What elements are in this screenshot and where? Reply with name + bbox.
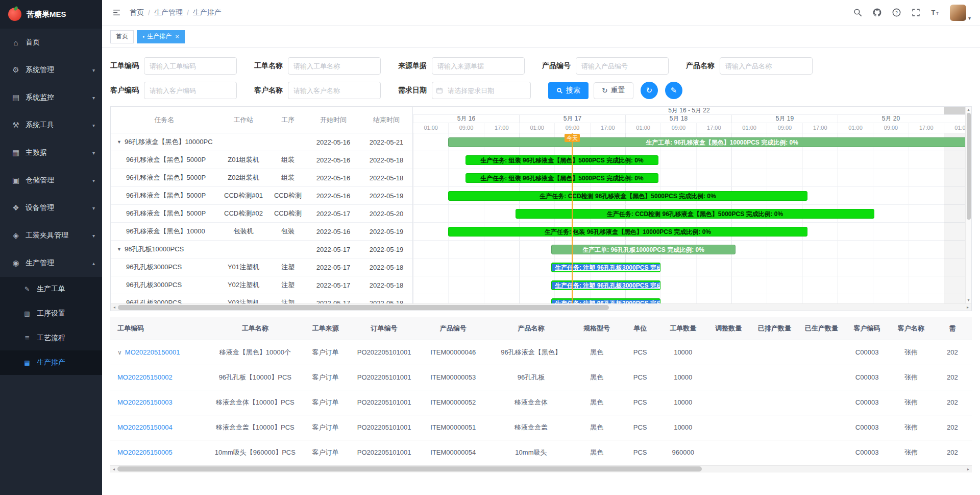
gantt-task-row[interactable]: 96孔移液盒【黑色】5000PZ02组装机组装2022-05-162022-05…: [111, 169, 412, 187]
sidebar-item[interactable]: ◈工装夹具管理▾: [0, 222, 102, 249]
sidebar-item[interactable]: ❖设备管理▾: [0, 194, 102, 222]
task-cell: 2022-05-19: [360, 246, 412, 253]
gantt-bar[interactable]: 生产任务: CCD检测 96孔移液盒【黑色】5000PCS 完成比例: 0%: [448, 191, 807, 201]
gantt-bar[interactable]: 生产任务: CCD检测 96孔移液盒【黑色】5000PCS 完成比例: 0%: [516, 209, 874, 219]
task-name: 96孔移液盒【黑色】5000P: [126, 191, 206, 200]
order-cell: 张伟: [889, 340, 933, 365]
caret-down-icon[interactable]: ▼: [117, 247, 121, 252]
text-input[interactable]: [144, 57, 237, 75]
user-menu[interactable]: ▾: [950, 5, 971, 21]
refresh-circle-button[interactable]: ↻: [641, 82, 658, 99]
order-code-cell: MO202205150002: [110, 365, 210, 390]
order-code-link[interactable]: MO202205150003: [117, 398, 173, 406]
date-input[interactable]: [432, 82, 531, 99]
task-cell: 2022-05-19: [360, 192, 412, 200]
gantt-task-row[interactable]: 96孔孔板3000PCSY03注塑机注塑2022-05-172022-05-18: [111, 294, 412, 303]
sidebar-item[interactable]: ◉生产管理▴: [0, 249, 102, 277]
scroll-up-icon[interactable]: ▴: [967, 107, 969, 113]
sidebar-item-label: 仓储管理: [26, 176, 92, 185]
github-icon[interactable]: [872, 8, 883, 18]
text-input[interactable]: [720, 57, 813, 75]
gantt-task-row[interactable]: 96孔移液盒【黑色】5000PZ01组装机组装2022-05-162022-05…: [111, 151, 412, 169]
gantt-bar[interactable]: 生产任务: 组装 96孔移液盒【黑色】5000PCS 完成比例: 0%: [465, 155, 658, 165]
scroll-down-icon[interactable]: ▾: [967, 297, 969, 303]
scroll-left-icon[interactable]: ◂: [110, 467, 117, 472]
close-icon[interactable]: ×: [175, 33, 179, 40]
sidebar-item[interactable]: ▣仓储管理▾: [0, 167, 102, 194]
avatar[interactable]: [950, 5, 966, 21]
gantt-task-row[interactable]: ▼96孔孔板10000PCS2022-05-172022-05-19: [111, 241, 412, 258]
gantt-bar[interactable]: 生产任务: 注塑 96孔孔板3000PCS 完成: [551, 263, 660, 272]
gantt-task-row[interactable]: 96孔孔板3000PCSY01注塑机注塑2022-05-172022-05-18: [111, 258, 412, 276]
gantt-bar[interactable]: 生产任务: 组装 96孔移液盒【黑色】5000PCS 完成比例: 0%: [465, 173, 658, 183]
gantt-bar[interactable]: 生产任务: 注塑 96孔孔板3000PCS 完成: [551, 280, 660, 290]
app-logo[interactable]: 苦糖果MES: [0, 0, 102, 29]
help-icon[interactable]: ?: [892, 8, 902, 18]
scrollbar-thumb[interactable]: [117, 466, 702, 472]
sidebar-item[interactable]: ⚙系统管理▾: [0, 56, 102, 84]
task-cell: 组装: [269, 173, 307, 182]
gantt-bar[interactable]: 生产工单: 96孔移液盒【黑色】10000PCS 完成比例: 0%: [448, 137, 965, 147]
order-cell: 张伟: [889, 440, 933, 465]
sidebar-item[interactable]: ▤系统监控▾: [0, 84, 102, 111]
gantt-task-row[interactable]: 96孔移液盒【黑色】5000PCCD检测#02CCD检测2022-05-1720…: [111, 205, 412, 223]
monitor-icon: ▤: [10, 93, 21, 102]
scrollbar-track[interactable]: [117, 465, 965, 473]
gantt-vertical-scrollbar[interactable]: ▴ ▾: [965, 107, 971, 303]
breadcrumb-item[interactable]: 首页: [130, 8, 144, 17]
caret-down-icon[interactable]: ▼: [117, 139, 121, 145]
sidebar-subitem[interactable]: ▦生产排产: [0, 350, 102, 375]
search-button-label: 搜索: [566, 86, 580, 95]
scrollbar-track[interactable]: [967, 113, 971, 297]
gantt-hour-label: 09:00: [554, 123, 590, 133]
order-cell: PCS: [620, 365, 660, 390]
fontsize-icon[interactable]: TT: [930, 8, 941, 18]
sidebar-subitem[interactable]: ≣工艺流程: [0, 326, 102, 350]
tab[interactable]: ●生产排产×: [137, 30, 185, 43]
text-input[interactable]: [288, 82, 381, 99]
search-button[interactable]: 搜索: [548, 82, 589, 99]
gantt-task-row[interactable]: 96孔孔板3000PCSY02注塑机注塑2022-05-172022-05-18: [111, 276, 412, 294]
chevron-down-icon: ▾: [92, 67, 95, 73]
reset-button[interactable]: ↻ 重置: [594, 82, 633, 99]
scroll-left-icon[interactable]: ◂: [111, 305, 118, 310]
scroll-right-icon[interactable]: ▸: [965, 467, 972, 472]
gantt-bar[interactable]: 生产任务: 包装 96孔移液盒【黑色】10000PCS 完成比例: 0%: [448, 227, 807, 237]
scrollbar-track[interactable]: [118, 304, 964, 311]
sidebar-item[interactable]: ⌂首页: [0, 29, 102, 56]
gantt-task-row[interactable]: ▼96孔移液盒【黑色】10000PC2022-05-162022-05-21: [111, 133, 412, 151]
gantt-task-row[interactable]: 96孔移液盒【黑色】5000PCCD检测#01CCD检测2022-05-1620…: [111, 187, 412, 205]
scroll-right-icon[interactable]: ▸: [964, 305, 971, 310]
fullscreen-icon[interactable]: [911, 8, 921, 18]
flow-icon: ≣: [21, 335, 33, 342]
scrollbar-thumb[interactable]: [967, 113, 971, 220]
breadcrumb-item[interactable]: 生产管理: [154, 8, 183, 17]
order-code-link[interactable]: MO202205150002: [117, 373, 173, 381]
orders-horizontal-scrollbar[interactable]: ◂ ▸: [110, 465, 972, 473]
gantt-bar[interactable]: 生产工单: 96孔孔板10000PCS 完成比例: 0%: [551, 245, 736, 254]
gantt-horizontal-scrollbar[interactable]: ◂ ▸: [111, 303, 971, 311]
scrollbar-thumb[interactable]: [118, 305, 609, 310]
caret-down-icon[interactable]: ∨: [117, 349, 122, 356]
sidebar-subitem[interactable]: ▥工序设置: [0, 301, 102, 326]
gantt-task-row[interactable]: 96孔移液盒【黑色】10000包装机包装2022-05-162022-05-19: [111, 223, 412, 241]
order-cell: PO202205101001: [351, 415, 418, 440]
order-code-link[interactable]: MO202205150001: [125, 348, 180, 356]
edit-circle-button[interactable]: ✎: [665, 82, 682, 99]
text-input[interactable]: [576, 57, 669, 75]
filter-row-2-fields: 客户编码客户名称需求日期: [110, 82, 548, 99]
order-code-link[interactable]: MO202205150004: [117, 423, 173, 431]
gantt-bar[interactable]: 生产任务: 注塑 96孔孔板3000PCS 完成: [551, 298, 660, 303]
tab[interactable]: 首页: [110, 30, 134, 43]
text-input[interactable]: [144, 82, 237, 99]
order-code-link[interactable]: MO202205150005: [117, 449, 173, 456]
breadcrumb-item[interactable]: 生产排产: [193, 8, 222, 17]
sidebar-item[interactable]: ⚒系统工具▾: [0, 111, 102, 139]
hamburger-icon[interactable]: [111, 8, 121, 18]
search-icon[interactable]: [853, 8, 863, 18]
sidebar-item[interactable]: ▦主数据▾: [0, 139, 102, 167]
task-name-cell: 96孔孔板3000PCS: [111, 298, 218, 303]
text-input[interactable]: [288, 57, 381, 75]
sidebar-subitem[interactable]: ✎生产工单: [0, 277, 102, 301]
text-input[interactable]: [432, 57, 525, 75]
